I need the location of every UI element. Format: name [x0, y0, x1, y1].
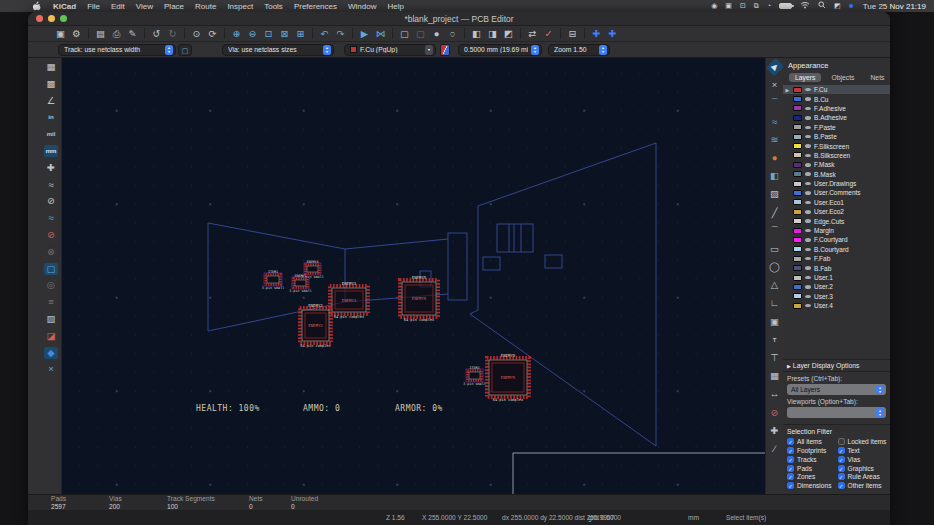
menubar-clock[interactable]: Tue 25 Nov 21:19 — [863, 2, 926, 11]
layer-row-B.Paste[interactable]: B.Paste — [783, 132, 890, 141]
checkbox-icon[interactable]: ✓ — [787, 438, 794, 445]
visibility-eye-icon[interactable] — [805, 163, 811, 167]
add-dimension-icon[interactable]: ↔ — [768, 388, 782, 400]
layer-row-Margin[interactable]: Margin — [783, 226, 890, 235]
properties-icon[interactable]: × — [44, 363, 58, 375]
presets-dropdown[interactable]: All Layers ▴▾ — [787, 384, 886, 395]
refresh-icon[interactable]: ⟳ — [206, 28, 219, 40]
layer-color-swatch[interactable] — [793, 218, 802, 224]
visibility-eye-icon[interactable] — [805, 144, 811, 148]
active-layer-dropdown[interactable]: F.Cu (PgUp) ▾ — [344, 44, 436, 56]
filter-tracks[interactable]: ✓Tracks — [787, 455, 838, 464]
menu-place[interactable]: Place — [164, 2, 184, 11]
menu-view[interactable]: View — [136, 2, 153, 11]
spotlight-search-icon[interactable] — [818, 1, 826, 11]
layer-row-User.2[interactable]: User.2 — [783, 282, 890, 291]
zoom-objects-icon[interactable]: ⊞ — [294, 28, 307, 40]
zoom-level-dropdown[interactable]: Zoom 1.50 ▴▾ — [548, 44, 610, 56]
layer-row-User.Eco1[interactable]: User.Eco1 — [783, 198, 890, 207]
layer-row-F.Cu[interactable]: ▶F.Cu — [783, 85, 890, 94]
layer-row-F.Silkscreen[interactable]: F.Silkscreen — [783, 141, 890, 150]
pad-display-icon[interactable]: ▢ — [44, 263, 58, 275]
add-footprint-icon[interactable]: ◧ — [768, 170, 782, 182]
layer-row-B.Fab[interactable]: B.Fab — [783, 263, 890, 272]
print-icon[interactable]: ⎙ — [110, 28, 123, 40]
layer-row-User.3[interactable]: User.3 — [783, 292, 890, 301]
visibility-eye-icon[interactable] — [805, 135, 811, 139]
add-circle-icon[interactable]: ◯ — [768, 261, 782, 273]
layer-color-swatch[interactable] — [793, 199, 802, 205]
visibility-eye-icon[interactable] — [805, 97, 811, 101]
grid-overrides-icon[interactable]: ▩ — [44, 78, 58, 90]
footprint-ITEM2[interactable]: ITEM23-pin small — [463, 366, 485, 386]
zoom-selection-icon[interactable]: ⊠ — [278, 28, 291, 40]
checkbox-icon[interactable]: ✓ — [838, 473, 845, 480]
grid-size-dropdown[interactable]: 0.5000 mm (19.69 mils) ▴▾ — [458, 44, 542, 56]
menu-file[interactable]: File — [87, 2, 100, 11]
layer-color-swatch[interactable] — [793, 96, 802, 102]
filter-text[interactable]: ✓Text — [838, 446, 889, 455]
undo-icon[interactable]: ↺ — [150, 28, 163, 40]
curved-ratsnest-icon[interactable]: ≈ — [44, 212, 58, 224]
footprint-ENEMY3[interactable]: ENEMY3ENEMY364-pin complex — [330, 281, 368, 319]
layer-row-B.Adhesive[interactable]: B.Adhesive — [783, 113, 890, 122]
ratsnest-visibility-icon[interactable]: ≈ — [44, 179, 58, 191]
add-text-icon[interactable]: T — [768, 334, 782, 346]
menu-edit[interactable]: Edit — [111, 2, 125, 11]
select-tool-icon[interactable]: ▶ — [765, 58, 783, 76]
units-mils-icon[interactable]: mil — [44, 128, 58, 140]
footprint-ITEM1[interactable]: ITEM13-pin small — [262, 270, 284, 290]
place-via-icon[interactable]: ● — [768, 152, 782, 164]
footprint-update-icon[interactable]: ◨ — [486, 28, 499, 40]
layer-row-User.Drawings[interactable]: User.Drawings — [783, 179, 890, 188]
checkbox-icon[interactable]: ✓ — [787, 465, 794, 472]
checkbox-icon[interactable]: ✓ — [838, 447, 845, 454]
plugin-icon-2[interactable]: ✚ — [606, 28, 619, 40]
footprint-ENEMY2[interactable]: ENEMY2ENEMY264-pin complex — [300, 303, 332, 348]
filter-pads[interactable]: ✓Pads — [787, 464, 838, 473]
checkbox-icon[interactable]: ✓ — [838, 456, 845, 463]
visibility-eye-icon[interactable] — [805, 266, 811, 270]
layer-color-swatch[interactable] — [793, 171, 802, 177]
units-inches-icon[interactable]: in — [44, 111, 58, 123]
layer-color-swatch[interactable] — [793, 303, 802, 309]
ratsnest-hidden-icon[interactable]: ⊘ — [44, 195, 58, 207]
track-posture-button[interactable]: ▢ — [178, 44, 192, 56]
checkbox-icon[interactable]: ✓ — [787, 456, 794, 463]
flip-board-view-icon[interactable]: ◆ — [44, 347, 58, 359]
visibility-eye-icon[interactable] — [805, 248, 811, 252]
via-size-dropdown[interactable]: Via: use netclass sizes ▴▾ — [222, 44, 334, 56]
visibility-eye-icon[interactable] — [805, 172, 811, 176]
local-ratsnest-icon[interactable]: ⌒ — [768, 97, 782, 109]
footprint-check-icon[interactable]: ◩ — [502, 28, 515, 40]
layer-row-F.Adhesive[interactable]: F.Adhesive — [783, 104, 890, 113]
flip-icon[interactable]: ▶ — [358, 28, 371, 40]
grid-origin-icon[interactable]: ✚ — [768, 425, 782, 437]
layer-row-B.Courtyard[interactable]: B.Courtyard — [783, 245, 890, 254]
add-rect-icon[interactable]: ▭ — [768, 243, 782, 255]
layer-row-User.1[interactable]: User.1 — [783, 273, 890, 282]
menu-route[interactable]: Route — [195, 2, 216, 11]
menu-kicad[interactable]: KiCad — [53, 2, 76, 11]
layer-color-swatch[interactable] — [793, 190, 802, 196]
menu-preferences[interactable]: Preferences — [294, 2, 337, 11]
visibility-eye-icon[interactable] — [805, 219, 811, 223]
add-image-icon[interactable]: ▣ — [768, 316, 782, 328]
visibility-eye-icon[interactable] — [805, 116, 811, 120]
track-width-dropdown[interactable]: Track: use netclass width ▴▾ — [58, 44, 176, 56]
layer-color-swatch[interactable] — [793, 293, 802, 299]
layer-color-swatch[interactable] — [793, 115, 802, 121]
layer-color-swatch[interactable] — [793, 256, 802, 262]
add-table-icon[interactable]: ▦ — [768, 370, 782, 382]
zoom-out-icon[interactable]: ⊖ — [246, 28, 259, 40]
zone-display-icon[interactable]: ▨ — [44, 313, 58, 325]
tab-nets[interactable]: Nets — [864, 73, 890, 82]
rotate-ccw-icon[interactable]: ↶ — [318, 28, 331, 40]
checkbox-icon[interactable]: ✓ — [787, 447, 794, 454]
layer-row-F.Fab[interactable]: F.Fab — [783, 254, 890, 263]
add-arc-icon[interactable]: ⌒ — [768, 225, 782, 237]
visibility-eye-icon[interactable] — [805, 285, 811, 289]
find-icon[interactable]: ⊙ — [190, 28, 203, 40]
add-polygon-icon[interactable]: △ — [768, 279, 782, 291]
zoom-in-icon[interactable]: ⊕ — [230, 28, 243, 40]
